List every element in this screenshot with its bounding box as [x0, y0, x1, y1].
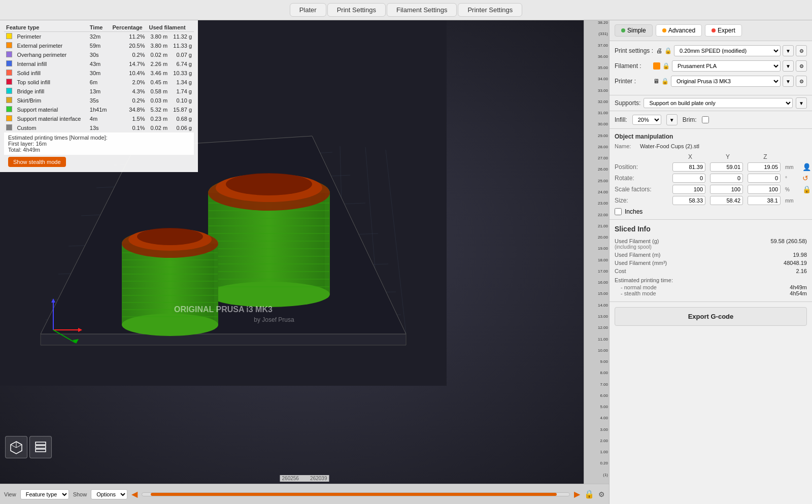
- y-header: Y: [710, 153, 746, 160]
- pos-y-input[interactable]: [710, 162, 743, 172]
- printer-gear[interactable]: ⚙: [796, 76, 807, 87]
- feature-color: [6, 106, 12, 112]
- size-x-input[interactable]: [672, 196, 705, 205]
- table-row: External perimeter 59m 20.5% 3.80 m 11.3…: [4, 41, 194, 50]
- ruler-tick: 20.00: [584, 235, 609, 240]
- svg-point-42: [226, 173, 312, 195]
- feature-type-select[interactable]: Feature type: [20, 489, 69, 499]
- m-cell: 5.32 m: [147, 105, 170, 114]
- simple-mode-btn[interactable]: Simple: [615, 24, 653, 37]
- g-cell: 1.74 g: [170, 87, 194, 96]
- infill-dropdown[interactable]: ▼: [666, 114, 678, 125]
- cost-row: Cost 2.16: [615, 268, 807, 274]
- scale-lock-icon[interactable]: 🔒: [802, 185, 812, 193]
- inches-checkbox[interactable]: [615, 208, 622, 215]
- lock-icon-bottom[interactable]: 🔒: [584, 489, 594, 499]
- infill-select[interactable]: 20%: [632, 115, 661, 125]
- print-settings-dropdown[interactable]: ▼: [783, 45, 794, 56]
- rot-z-input[interactable]: [748, 174, 781, 183]
- filament-select[interactable]: Prusament PLA: [672, 60, 781, 72]
- g-cell: 0.07 g: [170, 50, 194, 59]
- pos-z-input[interactable]: [748, 162, 781, 172]
- m-cell: 3.80 m: [147, 32, 170, 42]
- simple-dot: [621, 28, 625, 32]
- color-cell: [4, 50, 15, 59]
- filament-gear[interactable]: ⚙: [796, 60, 807, 72]
- filament-mm3-label: Used Filament (mm³): [615, 260, 667, 266]
- tab-filament-settings[interactable]: Filament Settings: [387, 3, 457, 17]
- svg-point-27: [208, 282, 330, 307]
- size-y-input[interactable]: [710, 196, 743, 205]
- tab-print-settings[interactable]: Print Settings: [327, 3, 386, 17]
- pct-cell: 11.2%: [110, 32, 147, 42]
- layers-view-icon[interactable]: [29, 436, 52, 458]
- color-cell: [4, 87, 15, 96]
- g-cell: 11.33 g: [170, 41, 194, 50]
- pct-cell: 0.2%: [110, 50, 147, 59]
- expert-dot: [712, 28, 716, 32]
- scroll-right-arrow[interactable]: ▶: [574, 489, 580, 499]
- feature-label-cell: Skirt/Brim: [15, 96, 87, 105]
- filament-dropdown[interactable]: ▼: [783, 60, 794, 72]
- stealth-mode-button[interactable]: Show stealth mode: [8, 157, 66, 167]
- ruler-tick: 17.00: [584, 269, 609, 274]
- gear-icon-bottom[interactable]: ⚙: [598, 490, 605, 498]
- position-label: Position:: [615, 163, 670, 171]
- scroll-thumb[interactable]: [151, 493, 557, 496]
- pct-cell: 20.5%: [110, 41, 147, 50]
- rot-x-input[interactable]: [672, 174, 705, 183]
- feature-color: [6, 115, 12, 121]
- cube-view-icon[interactable]: [5, 436, 27, 458]
- tab-plater[interactable]: Plater: [290, 3, 326, 17]
- viewport-area[interactable]: Feature type Time Percentage Used filame…: [0, 20, 609, 504]
- view-icons-container: [5, 436, 52, 458]
- supports-select[interactable]: Support on build plate only: [644, 98, 793, 108]
- brim-checkbox[interactable]: [702, 116, 709, 123]
- scale-z-input[interactable]: [748, 185, 781, 194]
- time-cell: 43m: [88, 59, 111, 69]
- print-settings-row: Print settings : 🖨 🔒 0.20mm SPEED (modif…: [615, 45, 807, 56]
- pos-x-input[interactable]: [672, 162, 705, 172]
- printer-dropdown[interactable]: ▼: [783, 76, 794, 87]
- time-cell: 30s: [88, 50, 111, 59]
- tab-printer-settings[interactable]: Printer Settings: [458, 3, 522, 17]
- printer-select[interactable]: Original Prusa i3 MK3: [671, 76, 781, 87]
- rot-y-input[interactable]: [710, 174, 743, 183]
- scale-x-input[interactable]: [672, 185, 705, 194]
- rotate-reset-icon[interactable]: ↺: [802, 174, 812, 182]
- sliced-info-section: Sliced Info Used Filament (g) (including…: [610, 220, 812, 302]
- advanced-mode-btn[interactable]: Advanced: [656, 24, 702, 37]
- export-gcode-button[interactable]: Export G-code: [615, 307, 807, 326]
- scroll-track[interactable]: [142, 492, 570, 496]
- col-time: Time: [88, 23, 111, 32]
- simple-label: Simple: [627, 27, 646, 34]
- filament-row: Filament : 🔒 Prusament PLA ▼ ⚙: [615, 60, 807, 72]
- print-settings-gear[interactable]: ⚙: [796, 45, 807, 56]
- scroll-left-arrow[interactable]: ◀: [131, 489, 138, 499]
- ruler-tick: (1): [584, 473, 609, 477]
- size-z-input[interactable]: [748, 196, 781, 205]
- scale-y-input[interactable]: [710, 185, 743, 194]
- options-select[interactable]: Options: [91, 489, 127, 499]
- cost-val: 2.16: [796, 268, 807, 274]
- print-settings-select[interactable]: 0.20mm SPEED (modified): [674, 45, 781, 56]
- supports-dropdown[interactable]: ▼: [796, 97, 807, 109]
- ruler-tick: 30.00: [584, 122, 609, 126]
- ruler-tick: 33.00: [584, 88, 609, 93]
- svg-line-68: [11, 445, 16, 448]
- ruler-tick: 28.00: [584, 145, 609, 149]
- ruler-tick: 18.00: [584, 258, 609, 262]
- svg-rect-71: [36, 446, 46, 448]
- rotate-label: Rotate:: [615, 175, 670, 182]
- m-cell: 2.26 m: [147, 59, 170, 69]
- pos-person-icon[interactable]: 👤: [802, 163, 812, 171]
- g-cell: 1.34 g: [170, 78, 194, 87]
- ruler-tick: 26.00: [584, 167, 609, 172]
- pct-cell: 0.1%: [110, 123, 147, 132]
- g-cell: 10.33 g: [170, 69, 194, 78]
- show-label: Show: [73, 491, 87, 497]
- z-header: Z: [748, 153, 783, 160]
- ruler-tick: 15.00: [584, 291, 609, 296]
- object-name-row: Name: Water-Food Cups (2).stl: [615, 143, 807, 149]
- expert-mode-btn[interactable]: Expert: [705, 24, 742, 37]
